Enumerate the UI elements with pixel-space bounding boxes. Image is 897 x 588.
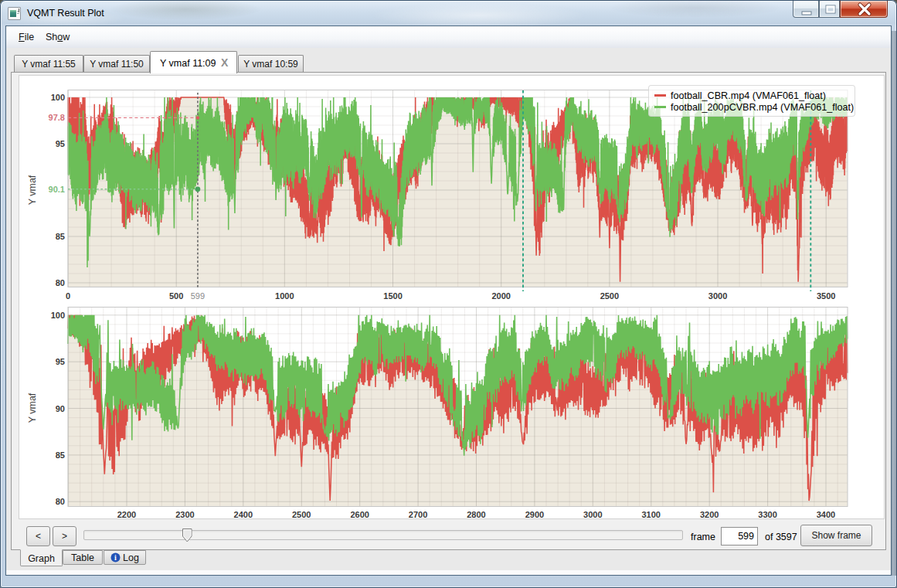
svg-text:2400: 2400 xyxy=(234,510,253,519)
svg-text:Y vmaf: Y vmaf xyxy=(27,393,38,423)
svg-text:599: 599 xyxy=(191,291,205,301)
svg-text:80: 80 xyxy=(56,497,65,506)
svg-text:80: 80 xyxy=(56,278,65,287)
svg-text:3400: 3400 xyxy=(817,510,835,519)
svg-text:100: 100 xyxy=(51,93,65,102)
svg-text:2600: 2600 xyxy=(350,510,369,519)
svg-text:3000: 3000 xyxy=(708,291,727,301)
svg-text:2000: 2000 xyxy=(491,291,510,301)
svg-text:90: 90 xyxy=(56,404,65,413)
svg-text:2300: 2300 xyxy=(175,510,194,519)
svg-text:Y vmaf: Y vmaf xyxy=(27,175,38,205)
svg-text:2200: 2200 xyxy=(117,510,136,519)
svg-text:1500: 1500 xyxy=(383,291,402,301)
svg-text:0: 0 xyxy=(66,291,70,301)
svg-text:i: i xyxy=(114,553,117,562)
svg-text:85: 85 xyxy=(56,232,65,241)
svg-text:100: 100 xyxy=(51,311,65,320)
svg-text:3300: 3300 xyxy=(758,510,776,519)
svg-text:3200: 3200 xyxy=(700,510,719,519)
svg-text:500: 500 xyxy=(169,291,183,301)
svg-text:95: 95 xyxy=(56,357,65,366)
svg-text:3100: 3100 xyxy=(642,510,661,519)
svg-text:3500: 3500 xyxy=(817,291,835,301)
svg-text:2700: 2700 xyxy=(409,510,427,519)
svg-text:85: 85 xyxy=(56,450,65,460)
svg-text:97.8: 97.8 xyxy=(49,113,65,122)
svg-text:90.1: 90.1 xyxy=(49,185,65,194)
svg-text:2500: 2500 xyxy=(600,291,619,301)
svg-text:95: 95 xyxy=(56,139,65,148)
svg-text:2800: 2800 xyxy=(467,510,485,519)
svg-text:2500: 2500 xyxy=(292,510,311,519)
svg-text:2900: 2900 xyxy=(525,510,544,519)
svg-text:1000: 1000 xyxy=(275,291,294,301)
svg-text:3000: 3000 xyxy=(583,510,602,519)
